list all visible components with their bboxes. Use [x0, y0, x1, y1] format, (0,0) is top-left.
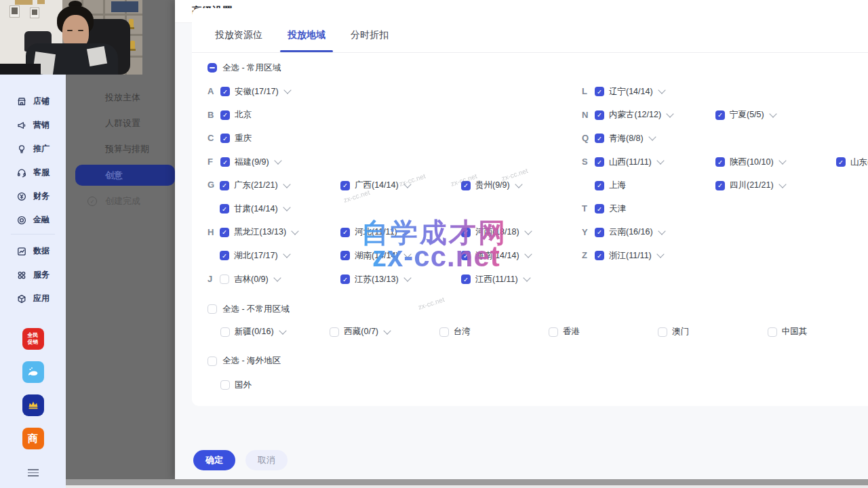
- region-checkbox[interactable]: [595, 87, 604, 96]
- sidebar-item-promotion[interactable]: 推广: [0, 137, 66, 161]
- region-checkbox[interactable]: [715, 181, 725, 190]
- step-item-budget-schedule[interactable]: 预算与排期: [66, 136, 175, 162]
- region-checkbox[interactable]: [220, 327, 230, 337]
- region-checkbox-item[interactable]: 新疆(0/16): [220, 326, 330, 338]
- chevron-down-icon[interactable]: [658, 227, 665, 235]
- chevron-down-icon[interactable]: [778, 157, 786, 164]
- chevron-down-icon[interactable]: [283, 180, 290, 188]
- region-checkbox-item[interactable]: 贵州(9/9): [461, 180, 582, 191]
- region-checkbox-item[interactable]: 广西(14/14): [340, 180, 461, 191]
- region-checkbox-item[interactable]: 香港: [549, 326, 658, 338]
- region-checkbox[interactable]: [595, 204, 604, 214]
- chevron-down-icon[interactable]: [515, 180, 522, 188]
- chevron-down-icon[interactable]: [283, 87, 291, 94]
- sidebar-item-data[interactable]: 数据: [0, 239, 66, 263]
- region-checkbox-item[interactable]: 台湾: [439, 326, 549, 338]
- chevron-down-icon[interactable]: [283, 204, 290, 211]
- region-checkbox-item[interactable]: 陕西(10/10): [715, 157, 836, 168]
- region-checkbox[interactable]: [595, 134, 604, 143]
- region-checkbox[interactable]: [595, 251, 604, 260]
- region-checkbox[interactable]: [595, 110, 604, 120]
- confirm-button[interactable]: 确定: [193, 450, 235, 470]
- region-checkbox[interactable]: [715, 157, 725, 167]
- region-checkbox[interactable]: [715, 110, 725, 120]
- region-checkbox[interactable]: [220, 87, 230, 96]
- sidebar-item-finance[interactable]: 财务: [0, 184, 66, 208]
- region-checkbox-item[interactable]: 宁夏(5/5): [715, 109, 836, 121]
- chevron-down-icon[interactable]: [778, 180, 786, 188]
- chevron-down-icon[interactable]: [273, 274, 281, 281]
- sidebar-item-fintech[interactable]: 金融: [0, 208, 66, 232]
- region-checkbox[interactable]: [549, 327, 558, 337]
- step-item-creative[interactable]: 创意: [75, 165, 175, 186]
- chevron-down-icon[interactable]: [403, 180, 411, 188]
- app-shortcut-whale[interactable]: [22, 361, 44, 383]
- chevron-down-icon[interactable]: [383, 327, 391, 334]
- region-checkbox[interactable]: [220, 204, 229, 214]
- chevron-down-icon[interactable]: [648, 134, 656, 141]
- region-checkbox-item[interactable]: 河北(11/11): [340, 226, 461, 238]
- chevron-down-icon[interactable]: [283, 251, 290, 258]
- app-shortcut-shang[interactable]: 商: [22, 428, 44, 449]
- region-checkbox[interactable]: [220, 157, 230, 167]
- region-checkbox[interactable]: [330, 327, 339, 337]
- region-checkbox-item[interactable]: 黑龙江(13/13): [220, 226, 340, 238]
- chevron-down-icon[interactable]: [274, 157, 281, 164]
- collapse-menu-icon[interactable]: [28, 467, 39, 479]
- sidebar-item-marketing[interactable]: 营销: [0, 113, 66, 137]
- region-checkbox[interactable]: [658, 327, 667, 337]
- region-checkbox[interactable]: [768, 327, 777, 337]
- region-checkbox-item[interactable]: 澳门: [658, 326, 767, 338]
- region-checkbox-item[interactable]: 山东(1: [836, 157, 868, 168]
- region-checkbox[interactable]: [340, 228, 350, 237]
- region-checkbox[interactable]: [220, 274, 229, 284]
- select-all-overseas-checkbox[interactable]: [208, 357, 217, 366]
- select-all-common-checkbox[interactable]: [208, 63, 217, 73]
- select-all-uncommon-checkbox[interactable]: [208, 304, 217, 314]
- region-checkbox-item[interactable]: 国外: [220, 380, 343, 391]
- region-checkbox-item[interactable]: 河南(18/18): [461, 226, 582, 238]
- chevron-down-icon[interactable]: [403, 251, 411, 258]
- sidebar-item-store[interactable]: 店铺: [0, 89, 66, 113]
- region-checkbox[interactable]: [220, 181, 229, 190]
- sidebar-item-applications[interactable]: 应用: [0, 287, 66, 310]
- select-all-overseas[interactable]: 全选 - 海外地区: [208, 354, 868, 368]
- region-checkbox[interactable]: [340, 274, 350, 284]
- region-checkbox-item[interactable]: 甘肃(14/14): [220, 203, 340, 215]
- sidebar-item-services[interactable]: 服务: [0, 263, 66, 287]
- region-checkbox-item[interactable]: 云南(16/16): [595, 226, 715, 238]
- region-checkbox-item[interactable]: 湖北(17/17): [220, 250, 340, 262]
- app-shortcut-quanmin-cuxiao[interactable]: 全民促销: [22, 328, 44, 350]
- region-checkbox[interactable]: [595, 181, 604, 190]
- chevron-down-icon[interactable]: [666, 110, 673, 117]
- select-all-common[interactable]: 全选 - 常用区域: [208, 61, 868, 75]
- region-checkbox[interactable]: [220, 228, 229, 237]
- app-shortcut-crown[interactable]: [22, 394, 44, 416]
- select-all-uncommon[interactable]: 全选 - 不常用区域: [208, 302, 868, 316]
- region-checkbox[interactable]: [220, 110, 230, 120]
- region-checkbox-item[interactable]: 北京: [220, 109, 341, 121]
- region-checkbox-item[interactable]: 山西(11/11): [595, 157, 715, 168]
- region-checkbox-item[interactable]: 中国其: [768, 326, 868, 338]
- region-checkbox-item[interactable]: 江西(11/11): [461, 274, 582, 285]
- region-checkbox-item[interactable]: 内蒙古(12/12): [595, 109, 715, 121]
- region-checkbox[interactable]: [461, 251, 471, 260]
- region-checkbox-item[interactable]: 海南(14/14): [461, 250, 582, 262]
- region-checkbox[interactable]: [461, 274, 471, 284]
- region-checkbox[interactable]: [836, 157, 846, 167]
- region-checkbox[interactable]: [595, 157, 604, 167]
- region-checkbox[interactable]: [220, 380, 230, 390]
- chevron-down-icon[interactable]: [769, 110, 776, 117]
- step-item-audience[interactable]: 人群设置: [66, 110, 175, 136]
- region-checkbox-item[interactable]: 重庆: [220, 133, 341, 144]
- cancel-button[interactable]: 取消: [245, 450, 288, 470]
- region-checkbox-item[interactable]: 吉林(0/9): [220, 274, 340, 285]
- region-checkbox[interactable]: [340, 251, 350, 260]
- region-checkbox-item[interactable]: 广东(21/21): [220, 180, 340, 191]
- chevron-down-icon[interactable]: [402, 227, 410, 235]
- region-checkbox-item[interactable]: 青海(8/8): [595, 133, 715, 144]
- tab-placements[interactable]: 投放资源位: [214, 18, 264, 52]
- chevron-down-icon[interactable]: [523, 274, 530, 281]
- region-checkbox-item[interactable]: 浙江(11/11): [595, 250, 715, 262]
- region-checkbox-item[interactable]: 湖南(14/14): [340, 250, 461, 262]
